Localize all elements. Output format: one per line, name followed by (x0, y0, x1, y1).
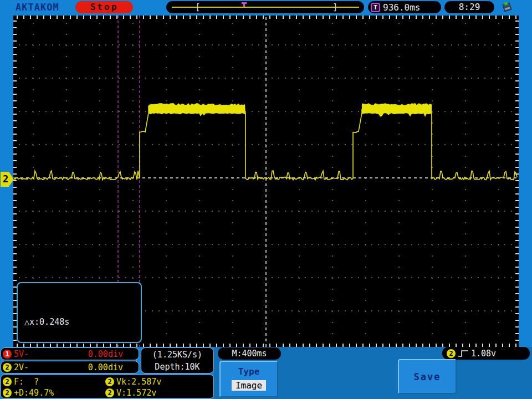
channel1-badge: 1 (3, 350, 12, 359)
trigger-level-readout: 2 1.08v (442, 347, 530, 360)
measurement-duty: 2 +D:49.7% (3, 388, 105, 398)
channel1-scale: 5V- (14, 349, 29, 359)
trigger-time-value: 936.0ms (383, 2, 420, 13)
channel2-position-marker[interactable]: 2 (1, 172, 14, 187)
memory-depth: Depth:10K (141, 361, 213, 373)
window-left-bracket: [ (195, 2, 201, 13)
channel1-status-row: 1 5V- 0.00div (1, 347, 139, 360)
channel2-position: 0.00div (88, 362, 123, 372)
measurement-value: +D:49.7% (14, 388, 54, 398)
cursor-measurement-panel: △x:0.248s 1/△x:4.032HZ x1:0.848s x2:0.60… (17, 282, 142, 343)
measurement-value: Vk:2.587v (116, 377, 161, 387)
measurement-ch-badge: 2 (105, 388, 114, 397)
clock: 8:29 (444, 1, 494, 13)
sample-rate: (1.25KS/s) (141, 349, 213, 361)
channel2-badge: 2 (3, 363, 12, 372)
channel2-status-row: 2 2V- 0.00div (1, 361, 139, 374)
run-state-badge: Stop (75, 1, 133, 13)
measurement-value: V:1.572v (116, 388, 156, 398)
trigger-source-badge: 2 (447, 349, 456, 358)
trigger-position-bar: [ ] (166, 1, 364, 13)
type-menu-button[interactable]: Type Image (219, 361, 278, 397)
measurement-frequency: 2 F: ? (3, 377, 105, 387)
trigger-time-readout: T 936.0ms (368, 1, 441, 13)
usb-flash-icon (499, 1, 514, 14)
measurement-v: 2 V:1.572v (105, 388, 213, 398)
save-button[interactable]: Save (398, 359, 457, 394)
measurement-ch-badge: 2 (3, 388, 12, 397)
acquisition-info-box: (1.25KS/s) Depth:10K (141, 347, 214, 374)
trigger-position-marker-icon (242, 2, 247, 7)
measurement-vk: 2 Vk:2.587v (105, 377, 213, 387)
measurement-value: F: ? (14, 377, 39, 387)
cursor-delta-x: △x:0.248s (24, 315, 141, 329)
channel1-position: 0.00div (88, 349, 123, 359)
measurement-ch-badge: 2 (3, 377, 12, 386)
measurement-ch-badge: 2 (105, 377, 114, 386)
trigger-t-icon: T (371, 3, 380, 12)
brand-logo: AKTAKOM (16, 2, 59, 13)
timebase-readout: M:400ms (218, 347, 281, 360)
type-menu-label: Type (221, 366, 277, 377)
measurements-panel: 2 F: ? 2 Vk:2.587v 2 +D:49.7% 2 V:1.572v (1, 375, 214, 398)
save-button-label: Save (414, 371, 441, 382)
rising-edge-icon (458, 349, 469, 357)
window-right-bracket: ] (332, 2, 338, 13)
type-menu-value[interactable]: Image (232, 380, 266, 391)
oscilloscope-screen: AKTAKOM Stop [ ] T 936.0ms 8:29 2 △x:0.2… (0, 0, 532, 399)
trigger-level-value: 1.08v (471, 349, 496, 359)
channel2-scale: 2V- (14, 362, 29, 372)
